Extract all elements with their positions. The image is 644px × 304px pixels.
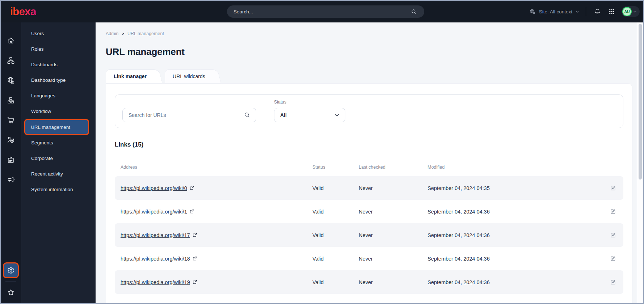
sidebar-item-languages[interactable]: Languages	[21, 88, 96, 104]
cart-icon[interactable]	[1, 110, 21, 130]
col-last-checked: Last checked	[359, 165, 428, 170]
link-manager-panel: Status All Links (15) Address Status Las…	[106, 83, 632, 303]
global-search-input[interactable]	[233, 9, 409, 14]
rail-divider	[5, 282, 16, 282]
id-badge-icon[interactable]	[1, 150, 21, 170]
status-cell: Valid	[312, 185, 359, 191]
app-grid-icon[interactable]	[607, 7, 616, 16]
global-search[interactable]	[227, 5, 424, 18]
org-chart-icon[interactable]	[1, 50, 21, 70]
modified-cell: September 04, 2024 04:36	[428, 232, 599, 238]
home-icon[interactable]	[1, 30, 21, 50]
sidebar-item-url-management[interactable]: URL management	[24, 119, 89, 135]
last-checked-cell: Never	[359, 185, 428, 191]
sidebar-item-recent-activity[interactable]: Recent activity	[21, 166, 96, 182]
status-cell: Valid	[312, 256, 359, 262]
sidebar-menu: UsersRolesDashboardsDashboard typeLangua…	[21, 22, 96, 303]
url-link[interactable]: https://pl.wikipedia.org/wiki/19	[121, 279, 197, 285]
sidebar-item-users[interactable]: Users	[21, 26, 96, 41]
url-link[interactable]: https://pl.wikipedia.org/wiki/17	[121, 232, 197, 238]
rail-bottom	[1, 262, 21, 303]
status-select[interactable]: All	[274, 108, 345, 122]
filter-divider	[266, 100, 266, 122]
external-link-icon	[193, 280, 197, 284]
search-icon[interactable]	[409, 7, 418, 16]
url-search-input[interactable]	[129, 112, 244, 118]
tabs: Link manager URL wildcards	[106, 69, 637, 83]
status-cell: Valid	[312, 232, 359, 238]
edit-url-button[interactable]	[608, 231, 618, 240]
edit-url-button[interactable]	[608, 254, 618, 263]
tab-url-wildcards[interactable]: URL wildcards	[165, 69, 218, 83]
status-label: Status	[274, 100, 345, 105]
modified-cell: September 04, 2024 04:35	[428, 185, 599, 191]
chevron-down-icon	[575, 10, 579, 13]
external-link-icon	[190, 186, 194, 190]
sidebar-item-corporate[interactable]: Corporate	[21, 151, 96, 166]
site-context-label: Site: All context	[539, 9, 572, 14]
chevron-down-icon	[334, 114, 339, 117]
status-cell: Valid	[312, 279, 359, 285]
sidebar-item-roles[interactable]: Roles	[21, 41, 96, 57]
external-link-icon	[193, 233, 197, 237]
target-person-icon[interactable]	[1, 130, 21, 150]
globe-search-icon	[529, 8, 536, 15]
scrollbar[interactable]	[637, 22, 643, 303]
external-link-icon	[190, 209, 194, 214]
user-menu[interactable]: AU	[622, 6, 640, 17]
last-checked-cell: Never	[359, 279, 428, 285]
url-link[interactable]: https://pl.wikipedia.org/wiki/0	[121, 185, 194, 191]
external-link-icon	[193, 256, 197, 261]
main-content: Admin > URL management URL management Li…	[96, 22, 637, 303]
col-address: Address	[121, 165, 312, 170]
table-row: https://pl.wikipedia.org/wiki/19ValidNev…	[115, 270, 623, 294]
status-cell: Valid	[312, 209, 359, 215]
edit-url-button[interactable]	[608, 183, 618, 193]
ibexa-admin-window: ibexa Site: All context	[0, 0, 644, 304]
filter-bar: Status All	[115, 94, 623, 128]
page-title: URL management	[106, 46, 637, 58]
breadcrumb-separator: >	[122, 31, 124, 36]
globe-cursor-icon[interactable]	[1, 70, 21, 90]
links-table-body: https://pl.wikipedia.org/wiki/0ValidNeve…	[115, 176, 623, 294]
col-status: Status	[312, 165, 359, 170]
modified-cell: September 04, 2024 04:36	[428, 256, 599, 262]
url-link[interactable]: https://pl.wikipedia.org/wiki/1	[121, 209, 194, 215]
modified-cell: September 04, 2024 04:36	[428, 279, 599, 285]
table-row: https://pl.wikipedia.org/wiki/1ValidNeve…	[115, 200, 623, 223]
ibexa-logo[interactable]: ibexa	[10, 5, 36, 18]
sidebar-item-segments[interactable]: Segments	[21, 135, 96, 151]
status-selected-value: All	[280, 112, 287, 118]
icon-rail	[1, 22, 21, 303]
notifications-bell-icon[interactable]	[593, 7, 602, 16]
sidebar-item-workflow[interactable]: Workflow	[21, 104, 96, 119]
sidebar-item-dashboard-type[interactable]: Dashboard type	[21, 72, 96, 88]
table-row: https://pl.wikipedia.org/wiki/0ValidNeve…	[115, 176, 623, 200]
site-context-selector[interactable]: Site: All context	[529, 8, 579, 15]
table-row: https://pl.wikipedia.org/wiki/18ValidNev…	[115, 247, 623, 270]
links-table-header: Address Status Last checked Modified	[115, 158, 623, 176]
edit-url-button[interactable]	[608, 278, 618, 287]
edit-url-button[interactable]	[608, 207, 618, 216]
sidebar-item-dashboards[interactable]: Dashboards	[21, 57, 96, 72]
last-checked-cell: Never	[359, 232, 428, 238]
gear-icon[interactable]	[3, 262, 19, 278]
search-icon	[244, 111, 251, 119]
megaphone-icon[interactable]	[1, 170, 21, 190]
links-heading: Links (15)	[115, 141, 623, 148]
tab-link-manager[interactable]: Link manager	[106, 69, 160, 83]
col-modified: Modified	[428, 165, 599, 170]
topbar: ibexa Site: All context	[1, 1, 643, 22]
breadcrumb-admin[interactable]: Admin	[106, 31, 118, 36]
url-search-field[interactable]	[122, 108, 256, 122]
table-row: https://pl.wikipedia.org/wiki/17ValidNev…	[115, 223, 623, 247]
chevron-down-icon	[633, 10, 637, 13]
sidebar-item-system-information[interactable]: System information	[21, 182, 96, 197]
url-link[interactable]: https://pl.wikipedia.org/wiki/18	[121, 256, 197, 262]
breadcrumb: Admin > URL management	[106, 31, 637, 36]
topbar-divider	[586, 7, 586, 16]
breadcrumb-url-management[interactable]: URL management	[127, 31, 164, 36]
star-icon[interactable]	[7, 285, 15, 300]
scrollbar-thumb[interactable]	[639, 24, 642, 180]
boxes-icon[interactable]	[1, 90, 21, 110]
